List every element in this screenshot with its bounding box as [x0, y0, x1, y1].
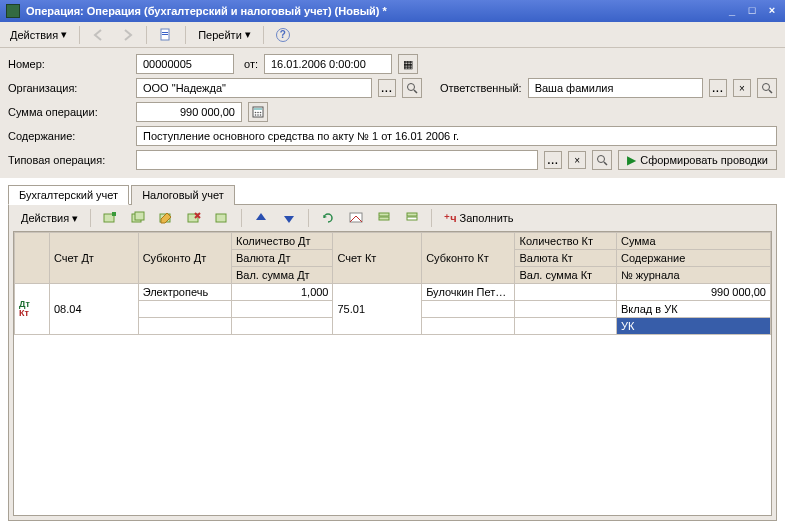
cell-subk-kt-2[interactable]	[422, 301, 515, 318]
number-input[interactable]	[141, 57, 229, 71]
cell-cursum-dt[interactable]	[231, 318, 333, 335]
hdr-journal[interactable]: № журнала	[616, 267, 770, 284]
template-search-button[interactable]	[592, 150, 612, 170]
filter-button[interactable]	[371, 208, 397, 228]
hdr-qty-kt[interactable]: Количество Кт	[515, 233, 617, 250]
cell-qty-dt[interactable]: 1,000	[231, 284, 333, 301]
move-up-button[interactable]	[248, 208, 274, 228]
hdr-cur-dt[interactable]: Валюта Дт	[231, 250, 333, 267]
show-button[interactable]	[343, 208, 369, 228]
help-button[interactable]: ?	[270, 25, 296, 45]
hdr-subk-dt[interactable]: Субконто Дт	[138, 233, 231, 284]
window-title: Операция: Операция (бухгалтерский и нало…	[26, 5, 721, 17]
cell-cur-dt[interactable]	[231, 301, 333, 318]
svg-point-12	[255, 114, 257, 116]
resp-lookup-button[interactable]: ...	[709, 79, 727, 97]
resp-clear-button[interactable]: ×	[733, 79, 751, 97]
delete-row-button[interactable]	[181, 208, 207, 228]
hdr-acct-dt[interactable]: Счет Дт	[50, 233, 139, 284]
grid-actions-label: Действия	[21, 212, 69, 224]
sum-input[interactable]	[141, 105, 237, 119]
hdr-cur-kt[interactable]: Валюта Кт	[515, 250, 617, 267]
cell-journal[interactable]: УК	[616, 318, 770, 335]
table-row[interactable]: ДтКт 08.04 Электропечь 1,000 75.01 Булоч…	[15, 284, 771, 301]
from-label: от:	[244, 58, 258, 70]
tab-accounting[interactable]: Бухгалтерский учет	[8, 185, 129, 205]
date-input[interactable]	[269, 57, 387, 71]
resp-input[interactable]	[533, 81, 698, 95]
hdr-cursum-dt[interactable]: Вал. сумма Дт	[231, 267, 333, 284]
tabs: Бухгалтерский учет Налоговый учет	[8, 184, 777, 205]
hdr-content[interactable]: Содержание	[616, 250, 770, 267]
cell-subk-kt[interactable]: Булочкин Петр Ивано...	[422, 284, 515, 301]
template-field[interactable]	[136, 150, 538, 170]
org-field[interactable]	[136, 78, 372, 98]
fill-button[interactable]: ⁺ч Заполнить	[438, 208, 519, 228]
search-icon	[406, 82, 418, 94]
date-field[interactable]	[264, 54, 392, 74]
cell-acct-kt[interactable]: 75.01	[333, 284, 422, 335]
org-input[interactable]	[141, 81, 367, 95]
resp-field[interactable]	[528, 78, 703, 98]
separator	[431, 209, 432, 227]
actions-menu[interactable]: Действия ▾	[4, 25, 73, 45]
svg-point-10	[257, 112, 259, 114]
grid-actions-menu[interactable]: Действия ▾	[15, 208, 84, 228]
tab-tax[interactable]: Налоговый учет	[131, 185, 235, 205]
svg-point-9	[255, 112, 257, 114]
separator	[308, 209, 309, 227]
content-field[interactable]	[136, 126, 777, 146]
org-search-button[interactable]	[402, 78, 422, 98]
hdr-acct-kt[interactable]: Счет Кт	[333, 233, 422, 284]
refresh-button[interactable]	[315, 208, 341, 228]
nav-back-button	[86, 25, 112, 45]
svg-point-13	[257, 114, 259, 116]
calendar-button[interactable]: ▦	[398, 54, 418, 74]
hdr-subk-kt[interactable]: Субконто Кт	[422, 233, 515, 284]
toggle-row-icon	[215, 211, 229, 225]
titlebar: Операция: Операция (бухгалтерский и нало…	[0, 0, 785, 22]
template-lookup-button[interactable]: ...	[544, 151, 562, 169]
sum-field[interactable]	[136, 102, 242, 122]
separator	[185, 26, 186, 44]
content-input[interactable]	[141, 129, 772, 143]
svg-point-11	[260, 112, 262, 114]
cell-subk-dt-3[interactable]	[138, 318, 231, 335]
svg-rect-2	[162, 34, 168, 35]
add-row-button[interactable]	[97, 208, 123, 228]
sort-button[interactable]	[399, 208, 425, 228]
document-icon	[159, 28, 173, 42]
cell-subk-kt-3[interactable]	[422, 318, 515, 335]
maximize-button[interactable]: □	[743, 3, 761, 19]
goto-menu[interactable]: Перейти ▾	[192, 25, 257, 45]
cell-subk-dt-2[interactable]	[138, 301, 231, 318]
toggle-row-button[interactable]	[209, 208, 235, 228]
resp-search-button[interactable]	[757, 78, 777, 98]
move-down-button[interactable]	[276, 208, 302, 228]
cell-cursum-kt[interactable]	[515, 318, 617, 335]
template-input[interactable]	[141, 153, 533, 167]
minimize-button[interactable]: _	[723, 3, 741, 19]
copy-row-button[interactable]	[125, 208, 151, 228]
svg-line-16	[604, 162, 607, 165]
hdr-sum[interactable]: Сумма	[616, 233, 770, 250]
svg-line-6	[769, 90, 772, 93]
cell-sum[interactable]: 990 000,00	[616, 284, 770, 301]
cell-qty-kt[interactable]	[515, 284, 617, 301]
refresh-icon	[321, 211, 335, 225]
document-button[interactable]	[153, 25, 179, 45]
edit-row-button[interactable]	[153, 208, 179, 228]
number-field[interactable]	[136, 54, 234, 74]
cell-acct-dt[interactable]: 08.04	[50, 284, 139, 335]
calculator-button[interactable]	[248, 102, 268, 122]
hdr-cursum-kt[interactable]: Вал. сумма Кт	[515, 267, 617, 284]
separator	[79, 26, 80, 44]
org-lookup-button[interactable]: ...	[378, 79, 396, 97]
cell-cur-kt[interactable]	[515, 301, 617, 318]
generate-entries-button[interactable]: ▶ Сформировать проводки	[618, 150, 777, 170]
close-button[interactable]: ×	[763, 3, 781, 19]
cell-subk-dt[interactable]: Электропечь	[138, 284, 231, 301]
cell-content[interactable]: Вклад в УК	[616, 301, 770, 318]
template-clear-button[interactable]: ×	[568, 151, 586, 169]
hdr-qty-dt[interactable]: Количество Дт	[231, 233, 333, 250]
